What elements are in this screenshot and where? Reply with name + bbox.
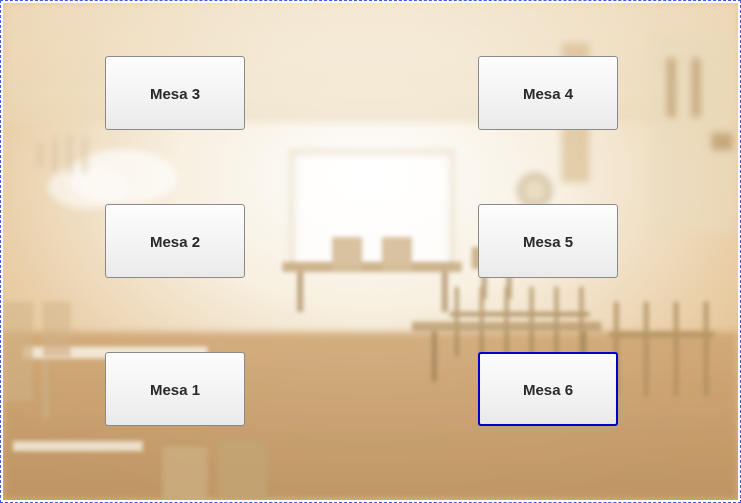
table-button-mesa-2[interactable]: Mesa 2 (105, 204, 245, 278)
table-button-mesa-5[interactable]: Mesa 5 (478, 204, 618, 278)
table-button-mesa-3[interactable]: Mesa 3 (105, 56, 245, 130)
table-button-mesa-6[interactable]: Mesa 6 (478, 352, 618, 426)
table-button-mesa-1[interactable]: Mesa 1 (105, 352, 245, 426)
restaurant-tables-panel: Mesa 3 Mesa 2 Mesa 1 Mesa 4 Mesa 5 Mesa … (0, 0, 741, 503)
table-button-mesa-4[interactable]: Mesa 4 (478, 56, 618, 130)
